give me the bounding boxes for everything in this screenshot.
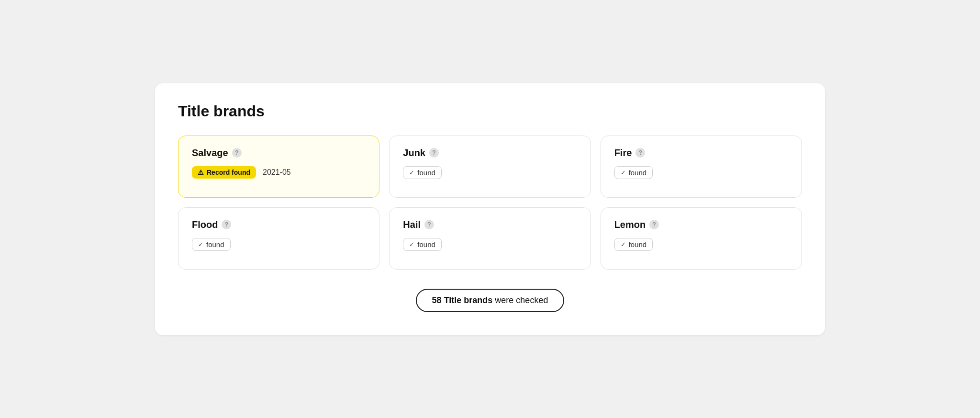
card-fire: Fire ? ✓ found	[601, 136, 802, 198]
card-junk: Junk ? ✓ found	[389, 136, 590, 198]
help-icon-junk[interactable]: ?	[429, 148, 439, 158]
card-header-hail: Hail ?	[403, 219, 577, 230]
summary-brand-name: Title brands	[444, 295, 493, 305]
found-badge-flood: ✓ found	[192, 238, 231, 251]
card-flood: Flood ? ✓ found	[178, 207, 379, 270]
help-icon-salvage[interactable]: ?	[232, 148, 242, 158]
card-title-fire: Fire	[614, 147, 632, 158]
card-title-hail: Hail	[403, 219, 421, 230]
found-badge-hail: ✓ found	[403, 238, 442, 251]
found-label-fire: found	[629, 169, 647, 177]
card-header-fire: Fire ?	[614, 147, 788, 158]
warning-icon: ⚠	[198, 169, 204, 176]
badge-row-salvage: ⚠ Record found 2021-05	[192, 166, 366, 179]
card-header-flood: Flood ?	[192, 219, 366, 230]
page-title: Title brands	[178, 102, 802, 120]
summary-row: 58 Title brands were checked	[178, 289, 802, 312]
found-label-lemon: found	[629, 240, 647, 249]
card-header-junk: Junk ?	[403, 147, 577, 158]
summary-suffix: were checked	[495, 295, 548, 305]
help-icon-fire[interactable]: ?	[635, 148, 645, 158]
found-badge-junk: ✓ found	[403, 166, 442, 179]
check-icon-flood: ✓	[198, 241, 203, 248]
card-hail: Hail ? ✓ found	[389, 207, 590, 270]
help-icon-lemon[interactable]: ?	[649, 220, 659, 229]
summary-pill: 58 Title brands were checked	[416, 289, 565, 312]
found-badge-lemon: ✓ found	[614, 238, 653, 251]
found-label-hail: found	[417, 240, 435, 249]
card-header-salvage: Salvage ?	[192, 147, 366, 158]
salvage-date: 2021-05	[263, 168, 291, 177]
card-title-flood: Flood	[192, 219, 218, 230]
found-badge-fire: ✓ found	[614, 166, 653, 179]
check-icon-fire: ✓	[621, 169, 626, 176]
check-icon-lemon: ✓	[621, 241, 626, 248]
card-lemon: Lemon ? ✓ found	[601, 207, 802, 270]
cards-grid: Salvage ? ⚠ Record found 2021-05 Junk ? …	[178, 136, 802, 270]
record-found-label: Record found	[207, 169, 250, 176]
check-icon-hail: ✓	[409, 241, 414, 248]
card-title-salvage: Salvage	[192, 147, 228, 158]
help-icon-hail[interactable]: ?	[424, 220, 434, 229]
card-title-junk: Junk	[403, 147, 425, 158]
summary-count: 58	[432, 295, 442, 305]
card-salvage: Salvage ? ⚠ Record found 2021-05	[178, 136, 379, 198]
main-container: Title brands Salvage ? ⚠ Record found 20…	[155, 83, 825, 335]
found-label-flood: found	[206, 240, 224, 249]
record-found-badge: ⚠ Record found	[192, 166, 256, 179]
card-header-lemon: Lemon ?	[614, 219, 788, 230]
found-label-junk: found	[417, 169, 435, 177]
check-icon-junk: ✓	[409, 169, 414, 176]
card-title-lemon: Lemon	[614, 219, 646, 230]
help-icon-flood[interactable]: ?	[222, 220, 231, 229]
